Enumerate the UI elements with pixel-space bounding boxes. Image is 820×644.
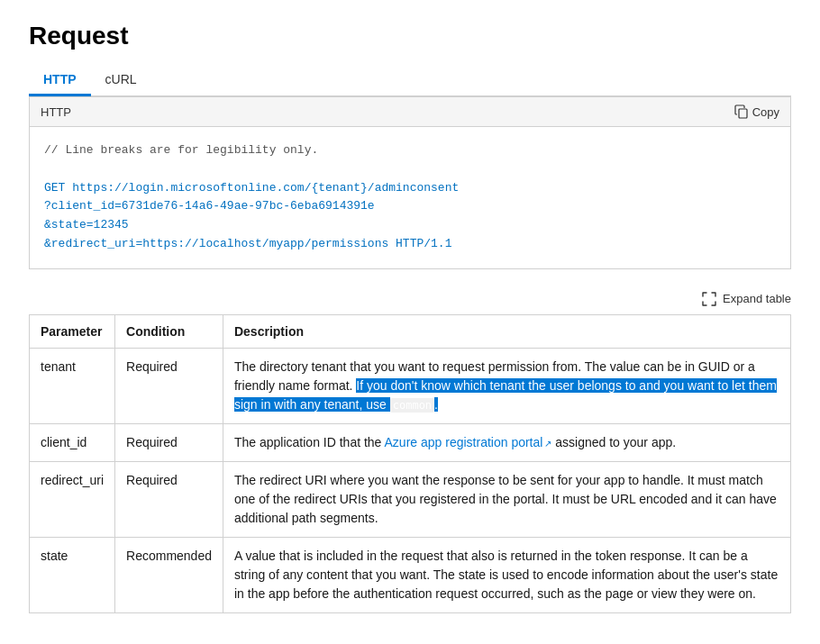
code-line-2: ?client_id=6731de76-14a6-49ae-97bc-6eba6… bbox=[44, 197, 776, 216]
desc-tenant-code: common bbox=[390, 398, 434, 413]
param-state: state bbox=[30, 537, 115, 612]
code-block: HTTP Copy // Line breaks are for legibil… bbox=[29, 96, 791, 269]
code-body: // Line breaks are for legibility only. … bbox=[30, 127, 790, 268]
param-redirect-uri: redirect_uri bbox=[30, 461, 115, 537]
desc-client-id-before: The application ID that the bbox=[234, 435, 385, 449]
code-header-label: HTTP bbox=[41, 105, 71, 119]
desc-tenant: The directory tenant that you want to re… bbox=[223, 348, 790, 423]
condition-state: Recommended bbox=[115, 537, 223, 612]
condition-redirect-uri: Required bbox=[115, 461, 223, 537]
code-header: HTTP Copy bbox=[30, 97, 790, 127]
param-client-id: client_id bbox=[30, 423, 115, 461]
table-row: tenant Required The directory tenant tha… bbox=[30, 348, 791, 423]
col-header-desc: Description bbox=[223, 314, 790, 348]
table-row: client_id Required The application ID th… bbox=[30, 423, 791, 461]
condition-tenant: Required bbox=[115, 348, 223, 423]
expand-table-row: Expand table bbox=[29, 291, 791, 307]
svg-rect-0 bbox=[739, 109, 747, 118]
desc-client-id-after: assigned to your app. bbox=[551, 435, 676, 449]
table-row: redirect_uri Required The redirect URI w… bbox=[30, 461, 791, 537]
desc-tenant-after: . bbox=[434, 397, 438, 412]
table-header-row: Parameter Condition Description bbox=[30, 314, 791, 348]
param-tenant: tenant bbox=[30, 348, 115, 423]
desc-redirect-uri: The redirect URI where you want the resp… bbox=[223, 461, 790, 537]
desc-client-id: The application ID that the Azure app re… bbox=[223, 423, 790, 461]
page-title: Request bbox=[29, 22, 791, 50]
col-header-param: Parameter bbox=[30, 314, 115, 348]
col-header-condition: Condition bbox=[115, 314, 223, 348]
tab-bar: HTTP cURL bbox=[29, 65, 791, 96]
copy-icon bbox=[734, 104, 749, 119]
code-line-3: &state=12345 bbox=[44, 216, 776, 235]
azure-portal-link[interactable]: Azure app registration portal↗ bbox=[385, 435, 552, 449]
copy-button[interactable]: Copy bbox=[734, 104, 779, 119]
expand-table-label: Expand table bbox=[723, 292, 791, 305]
code-line-4: &redirect_uri=https://localhost/myapp/pe… bbox=[44, 235, 776, 254]
expand-icon bbox=[701, 291, 717, 307]
tab-http[interactable]: HTTP bbox=[29, 65, 91, 96]
desc-state: A value that is included in the request … bbox=[223, 537, 790, 612]
expand-table-button[interactable]: Expand table bbox=[701, 291, 791, 307]
tab-curl[interactable]: cURL bbox=[91, 65, 151, 96]
condition-client-id: Required bbox=[115, 423, 223, 461]
params-table: Parameter Condition Description tenant R… bbox=[29, 314, 791, 613]
code-line-1: GET https://login.microsoftonline.com/{t… bbox=[44, 179, 776, 198]
code-comment: // Line breaks are for legibility only. bbox=[44, 141, 776, 160]
table-row: state Recommended A value that is includ… bbox=[30, 537, 791, 612]
copy-label: Copy bbox=[752, 105, 779, 119]
